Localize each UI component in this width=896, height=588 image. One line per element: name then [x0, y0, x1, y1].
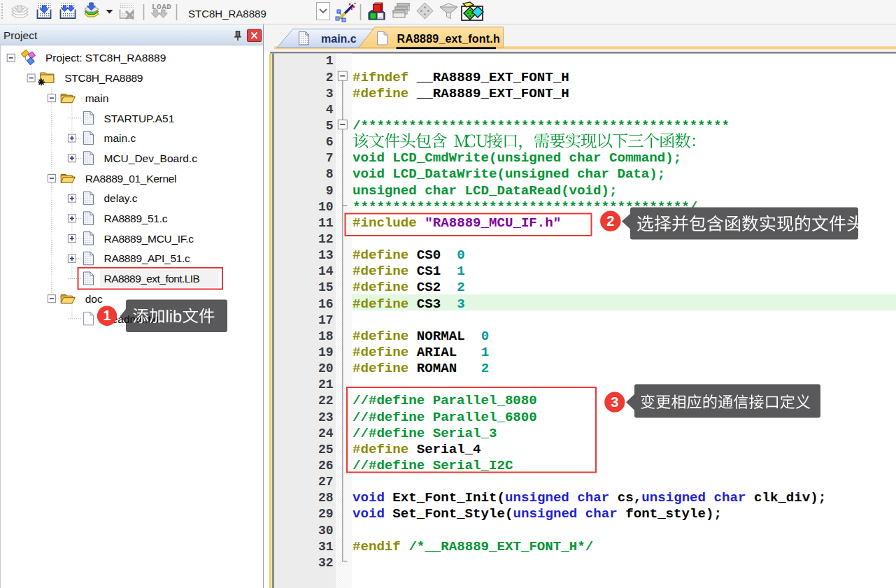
svg-text:RA8889_MCU_IF.c: RA8889_MCU_IF.c [104, 233, 194, 245]
svg-text://#define Parallel_6800: //#define Parallel_6800 [353, 410, 537, 425]
svg-text:8: 8 [326, 167, 334, 181]
svg-text:26: 26 [318, 459, 334, 473]
svg-text:#ifndef: #ifndef [353, 70, 408, 85]
svg-text:#define: #define [353, 345, 408, 360]
svg-text:cs,: cs, [609, 490, 641, 505]
svg-text:main.c: main.c [321, 33, 357, 45]
svg-text:#include: #include [353, 215, 417, 231]
svg-text:RA8889_51.c: RA8889_51.c [104, 213, 168, 224]
svg-text:"RA8889_MCU_IF.h": "RA8889_MCU_IF.h" [425, 215, 561, 231]
svg-text:17: 17 [318, 313, 334, 327]
svg-text:RA8889_01_Kernel: RA8889_01_Kernel [85, 173, 177, 185]
svg-text:/*****************************: /***************************************… [353, 118, 730, 134]
svg-text:unsigned char: unsigned char [505, 490, 609, 505]
svg-text:#define: #define [353, 264, 408, 279]
svg-text:#define: #define [353, 442, 408, 457]
svg-text:RA8889_ext_font.h: RA8889_ext_font.h [397, 33, 500, 45]
svg-text:20: 20 [318, 361, 334, 375]
svg-text:main: main [85, 92, 109, 104]
svg-text:1: 1 [326, 54, 334, 68]
svg-text:3: 3 [326, 87, 334, 101]
svg-text:28: 28 [318, 491, 334, 505]
svg-text:1: 1 [481, 345, 489, 360]
svg-text:#define: #define [353, 296, 408, 312]
svg-text:unsigned char: unsigned char [641, 490, 746, 505]
svg-text:#define: #define [353, 248, 408, 263]
svg-text:#define: #define [353, 329, 408, 344]
svg-text:void: void [353, 506, 385, 522]
svg-text:1: 1 [457, 264, 464, 279]
svg-text:__RA8889_EXT_FONT_H: __RA8889_EXT_FONT_H [416, 86, 569, 101]
svg-text:lib: lib [166, 308, 183, 326]
svg-text:void LCD_CmdWrite(unsigned cha: void LCD_CmdWrite(unsigned char Command)… [353, 150, 681, 166]
svg-text:void: void [353, 490, 385, 505]
svg-text:STC8H_RA8889: STC8H_RA8889 [188, 8, 266, 20]
svg-text:#define: #define [353, 280, 408, 295]
svg-text://#define Serial_3: //#define Serial_3 [353, 426, 497, 441]
svg-text:unsigned char LCD_DataRead(voi: unsigned char LCD_DataRead(void); [353, 183, 617, 199]
svg-text://#define Parallel_8080: //#define Parallel_8080 [353, 393, 537, 408]
svg-text:STC8H_RA8889: STC8H_RA8889 [64, 72, 143, 84]
svg-text:22: 22 [318, 394, 334, 408]
svg-text:ARIAL: ARIAL [417, 345, 457, 360]
svg-text:unsigned char: unsigned char [513, 506, 618, 522]
svg-text:Ext_Font_Init(: Ext_Font_Init( [385, 490, 505, 505]
svg-text:27: 27 [318, 475, 334, 489]
svg-text:/*__RA8889_EXT_FONT_H*/: /*__RA8889_EXT_FONT_H*/ [408, 539, 593, 554]
svg-text:25: 25 [318, 443, 334, 457]
svg-text:2: 2 [326, 71, 334, 85]
svg-text:main.c: main.c [104, 132, 136, 144]
svg-text:delay.c: delay.c [104, 192, 138, 204]
svg-text://#define Serial_I2C: //#define Serial_I2C [353, 458, 513, 473]
svg-text:ROMAN: ROMAN [417, 361, 457, 376]
svg-text:4: 4 [326, 103, 334, 117]
svg-text:2: 2 [606, 213, 614, 229]
svg-text:6: 6 [326, 135, 334, 149]
svg-text:23: 23 [318, 410, 334, 424]
svg-text:3: 3 [457, 296, 464, 312]
svg-text:1: 1 [103, 308, 111, 323]
svg-text:2: 2 [481, 361, 489, 376]
svg-text:18: 18 [318, 329, 334, 343]
svg-text:void LCD_DataWrite(unsigned ch: void LCD_DataWrite(unsigned char Data); [353, 166, 665, 182]
svg-text:9: 9 [326, 184, 334, 198]
svg-text:NORMAL: NORMAL [417, 329, 465, 344]
svg-text:Set_Font_Style(: Set_Font_Style( [385, 506, 513, 522]
svg-text:7: 7 [326, 151, 334, 165]
svg-text:CS0: CS0 [417, 248, 441, 263]
svg-text:doc: doc [85, 293, 103, 305]
svg-text:12: 12 [318, 232, 334, 246]
svg-text:#endif: #endif [353, 539, 401, 554]
svg-text:STARTUP.A51: STARTUP.A51 [104, 113, 175, 124]
svg-text:5: 5 [326, 119, 334, 133]
svg-text:MCU_Dev_Board.c: MCU_Dev_Board.c [104, 152, 198, 164]
svg-text:29: 29 [318, 507, 334, 521]
svg-text:11: 11 [318, 216, 334, 230]
svg-text:RA8889_ext_font.LIB: RA8889_ext_font.LIB [104, 273, 200, 285]
svg-text:13: 13 [318, 248, 334, 262]
svg-text:32: 32 [318, 556, 334, 570]
svg-text:CS2: CS2 [417, 280, 441, 295]
svg-text:16: 16 [318, 297, 334, 311]
svg-text:31: 31 [318, 540, 334, 554]
svg-text:0: 0 [481, 329, 489, 344]
svg-text:3: 3 [611, 394, 618, 410]
svg-text:CS3: CS3 [417, 296, 441, 312]
svg-text:10: 10 [318, 200, 334, 214]
svg-text:19: 19 [318, 345, 334, 359]
svg-text:Project: STC8H_RA8889: Project: STC8H_RA8889 [45, 52, 166, 64]
svg-text:15: 15 [318, 280, 334, 294]
svg-text:CS1: CS1 [417, 264, 441, 279]
svg-text:#define: #define [353, 86, 408, 101]
svg-text:Serial_4: Serial_4 [417, 442, 481, 457]
svg-text:RA8889_API_51.c: RA8889_API_51.c [104, 252, 191, 264]
svg-text:#define: #define [353, 361, 408, 376]
svg-text:21: 21 [318, 378, 334, 392]
svg-text:Project: Project [3, 29, 38, 41]
svg-text:0: 0 [457, 248, 464, 263]
svg-text:24: 24 [318, 426, 334, 440]
svg-text:2: 2 [457, 280, 464, 295]
svg-text:clk_div);: clk_div); [746, 490, 827, 505]
svg-text:30: 30 [318, 524, 334, 538]
svg-text:__RA8889_EXT_FONT_H: __RA8889_EXT_FONT_H [416, 70, 569, 85]
